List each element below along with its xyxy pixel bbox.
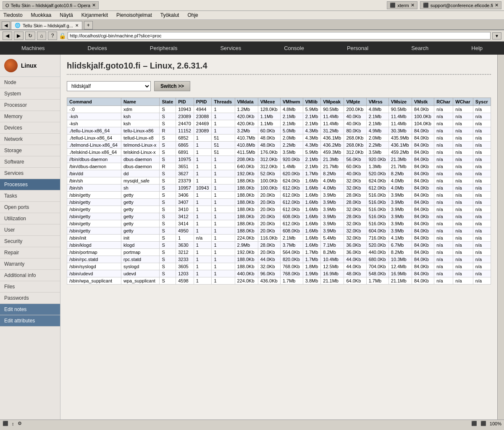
menu-tyokalut[interactable]: Työkalut xyxy=(159,12,181,18)
sidebar-item-tasks[interactable]: Tasks xyxy=(0,190,60,202)
table-row[interactable]: ./telskind-Linux-x86_64telskind-Linux-xS… xyxy=(67,149,491,156)
table-row[interactable]: /bin/ddddS362711192.0Kb52.0Kb620.0Kb1.7M… xyxy=(67,170,491,177)
menu-ohje[interactable]: Ohje xyxy=(186,12,200,18)
table-cell: 1 xyxy=(194,142,212,149)
sidebar-item-system[interactable]: System xyxy=(0,88,60,100)
nav-search[interactable]: Search xyxy=(403,42,437,55)
menu-kirjanmerkit[interactable]: Kirjanmerkit xyxy=(80,12,110,18)
sidebar-item-security[interactable]: Security xyxy=(0,236,60,247)
table-row[interactable]: /bin/shmysqld_safeS2337911188.0Kb100.0Kb… xyxy=(67,177,491,185)
back-button[interactable]: ◀ xyxy=(3,32,12,40)
table-cell: 4598 xyxy=(176,277,194,285)
table-row[interactable]: /sbin/udevdudevdS120311440.0Kb96.0Kb768.… xyxy=(67,270,491,277)
sidebar-item-editattributes[interactable]: Edit attributes xyxy=(0,315,60,327)
table-cell: 410.8Mb xyxy=(235,142,258,149)
menu-nayta[interactable]: Näytä xyxy=(58,12,74,18)
xterm-taskbar[interactable]: ⬛ xterm ✕ xyxy=(387,1,417,9)
home-button[interactable]: ⌂ xyxy=(37,32,46,40)
nav-help[interactable]: Help xyxy=(463,42,491,55)
table-row[interactable]: /bin/dbus-daemondbus-daemonR365111640.0K… xyxy=(67,163,491,170)
sidebar-item-network[interactable]: Network xyxy=(0,134,60,145)
nav-personal[interactable]: Personal xyxy=(339,42,377,55)
table-cell: 84.0Kb xyxy=(412,206,434,213)
sidebar-item-services[interactable]: Services xyxy=(0,168,60,179)
table-cell: 2.1Mb xyxy=(280,235,303,242)
table-row[interactable]: /sbin/gettygettyS341211188.0Kb20.0Kb608.… xyxy=(67,213,491,220)
table-row[interactable]: -kshkshS24470244691420.0Kb1.1Mb2.1Mb2.1M… xyxy=(67,120,491,127)
sidebar-item-devices[interactable]: Devices xyxy=(0,122,60,134)
nav-machines[interactable]: Machines xyxy=(13,42,53,55)
table-row[interactable]: //bin/dbus-daemondbus-daemonS1097511208.… xyxy=(67,156,491,163)
table-row[interactable]: /sbin/gettygettyS340611188.0Kb20.0Kb612.… xyxy=(67,192,491,199)
sidebar-item-node[interactable]: Node xyxy=(0,77,60,88)
table-row[interactable]: /sbin/gettygettyS341411188.0Kb20.0Kb612.… xyxy=(67,220,491,227)
table-cell: 704.0Kb xyxy=(366,263,388,270)
table-row[interactable]: /sbin/gettygettyS341011188.0Kb20.0Kb612.… xyxy=(67,206,491,213)
table-row[interactable]: /sbin/gettygettyS495011188.0Kb20.0Kb608.… xyxy=(67,227,491,235)
sidebar-item-storage[interactable]: Storage xyxy=(0,145,60,156)
table-row[interactable]: /sbin/klogdklogdS3630112.9Mb28.0Kb3.7Mb1… xyxy=(67,242,491,249)
reload-button[interactable]: ↻ xyxy=(25,32,35,40)
sidebar-item-software[interactable]: Software xyxy=(0,156,60,168)
sidebar-item-passwords[interactable]: Passwords xyxy=(0,293,60,304)
sidebar-item-editnotes[interactable]: Edit notes xyxy=(0,304,60,315)
table-cell: 1.6Mb xyxy=(303,177,321,185)
close-icon[interactable]: ✕ xyxy=(92,3,96,8)
table-cell: 8.2Mb xyxy=(321,170,344,177)
menu-pienoisohjelmat[interactable]: Pienoisohjelmat xyxy=(115,12,154,18)
table-row[interactable]: ./telmond-Linux-x86_64telmond-Linux-xS68… xyxy=(67,142,491,149)
address-input[interactable] xyxy=(68,32,491,40)
table-row[interactable]: -kshkshS23089230881420.0Kb1.1Mb2.1Mb2.1M… xyxy=(67,113,491,120)
support-taskbar[interactable]: ⬛ support@conference.eficode.fi ✕ xyxy=(420,1,501,9)
table-cell: 1.2Mb xyxy=(235,106,258,113)
sidebar-item-utilization[interactable]: Utilization xyxy=(0,213,60,224)
active-tab[interactable]: 🌐 Tellu Skin – hlidskjalf.g... ✕ xyxy=(11,21,82,29)
sidebar-item-processor[interactable]: Processor xyxy=(0,100,60,111)
nav-console[interactable]: Console xyxy=(276,42,312,55)
sidebar-item-memory[interactable]: Memory xyxy=(0,111,60,122)
table-cell: n/a xyxy=(473,113,491,120)
menu-muokkaa[interactable]: Muokkaa xyxy=(29,12,53,18)
right-scrollbar[interactable] xyxy=(497,55,504,419)
help-button[interactable]: ? xyxy=(48,32,57,40)
xterm-close[interactable]: ✕ xyxy=(411,3,415,8)
table-row[interactable]: -:0xdmS10943494411.2Mb128.0Kb4.8Mb5.9Mb9… xyxy=(67,106,491,113)
table-row[interactable]: /sbin/syslogdsyslogdS360511188.0Kb32.0Kb… xyxy=(67,263,491,270)
nav-peripherals[interactable]: Peripherals xyxy=(142,42,186,55)
tab-close[interactable]: ✕ xyxy=(75,23,79,28)
table-cell: 23379 xyxy=(176,177,194,185)
table-cell: 1 xyxy=(212,163,235,170)
table-row[interactable]: /sbin/rpc.statdrpc.statdS323311188.0Kb44… xyxy=(67,256,491,263)
sidebar-item-openports[interactable]: Open ports xyxy=(0,202,60,213)
table-cell: 188.0Kb xyxy=(235,220,258,227)
nav-devices[interactable]: Devices xyxy=(79,42,116,55)
table-row[interactable]: /bin/shshS10957109431188.0Kb100.0Kb612.0… xyxy=(67,185,491,192)
tab-nav-prev[interactable]: ◀ xyxy=(2,21,10,29)
nav-services[interactable]: Services xyxy=(212,42,249,55)
table-cell: 64.0Kb xyxy=(344,277,366,285)
table-cell: 1 xyxy=(194,177,212,185)
sidebar-item-warranty[interactable]: Warranty xyxy=(0,259,60,270)
forward-button[interactable]: ▶ xyxy=(14,32,24,40)
table-row[interactable]: /sbin/wpa_supplicantwpa_supplicantS45981… xyxy=(67,277,491,285)
col-vmhwm: VMhwm xyxy=(280,98,303,106)
sidebar-item-additionalinfo[interactable]: Additional info xyxy=(0,270,60,281)
support-close[interactable]: ✕ xyxy=(495,3,499,8)
table-row[interactable]: /sbin/gettygettyS340711188.0Kb20.0Kb612.… xyxy=(67,199,491,206)
menu-tiedosto[interactable]: Tiedosto xyxy=(2,12,24,18)
table-cell: S xyxy=(160,242,176,249)
table-cell: 84.0Kb xyxy=(412,170,434,177)
sidebar-item-user[interactable]: User xyxy=(0,224,60,236)
table-row[interactable]: /sbin/portmapportmapS321211192.0Kb20.0Kb… xyxy=(67,249,491,256)
machine-select[interactable]: hlidskjalf xyxy=(67,81,151,91)
scroll-down-btn[interactable]: ▼ xyxy=(492,32,501,40)
sidebar-item-processes[interactable]: Processes xyxy=(0,179,60,190)
sidebar-item-files[interactable]: Files xyxy=(0,281,60,293)
table-row[interactable]: ./tellud-Linux-x86_64tellud-Linux-x8S685… xyxy=(67,135,491,142)
table-cell: S xyxy=(160,135,176,142)
switch-button[interactable]: Switch >> xyxy=(154,81,190,91)
sidebar-item-repair[interactable]: Repair xyxy=(0,247,60,259)
table-row[interactable]: /sbin/initinitS1n/a1224.0Kb116.0Kb2.1Mb1… xyxy=(67,235,491,242)
table-row[interactable]: ./tellu-Linux-x86_64tellu-Linux-x86R1115… xyxy=(67,127,491,135)
new-tab-button[interactable]: + xyxy=(84,21,93,29)
